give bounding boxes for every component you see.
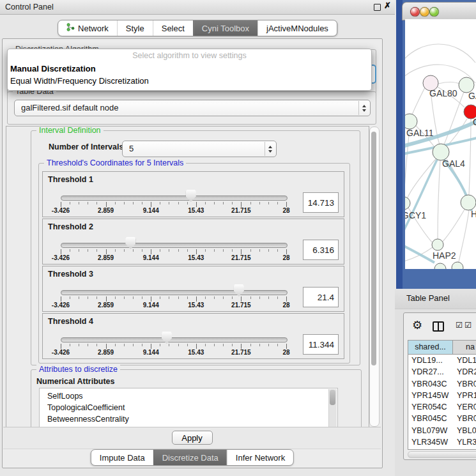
attributes-group: Attributes to discretize Numerical Attri… <box>31 369 362 428</box>
network-canvas[interactable]: GAL80GACGAL11GAL4GCY1HHAP2 <box>405 19 476 269</box>
cell-shared-name[interactable]: YIL053C <box>408 448 453 450</box>
threshold-slider-track[interactable] <box>61 196 288 201</box>
cell-name[interactable]: YDR2 <box>453 366 476 378</box>
network-window-titlebar[interactable] <box>402 2 476 20</box>
threshold-value-field[interactable]: 11.344 <box>303 334 339 355</box>
cell-shared-name[interactable]: YBL079W <box>408 425 453 436</box>
horizontal-scrollbar-thumb[interactable] <box>408 452 476 457</box>
tab-label: Infer Network <box>236 453 285 463</box>
zoom-window-button[interactable] <box>429 7 439 17</box>
network-node-h[interactable] <box>461 195 476 210</box>
tab-style[interactable]: Style <box>117 20 153 36</box>
network-node-gal11[interactable] <box>405 114 417 129</box>
threshold-value-field[interactable]: 14.713 <box>303 192 339 213</box>
network-edge[interactable] <box>443 210 464 242</box>
bottom-tab-infer-network[interactable]: Infer Network <box>227 450 293 465</box>
column-header-name[interactable]: na <box>453 341 476 354</box>
split-column-icon[interactable] <box>433 321 444 332</box>
cell-shared-name[interactable]: YBR045C <box>408 413 453 424</box>
apply-button[interactable]: Apply <box>172 431 213 445</box>
attribute-item-topologicalcoefficient[interactable]: TopologicalCoefficient <box>40 402 337 413</box>
attribute-item-betweennesscentrality[interactable]: BetweennessCentrality <box>40 413 337 425</box>
table-data-combobox[interactable]: galFiltered.sif default node <box>14 100 371 116</box>
minimize-window-button[interactable] <box>420 7 429 17</box>
table-row[interactable]: YPR145WYPR1 <box>408 390 476 401</box>
algorithm-placeholder: Select algorithm to view settings <box>8 49 371 63</box>
list-scrollbar-thumb[interactable] <box>330 390 335 405</box>
cell-name[interactable]: YPR1 <box>453 390 476 401</box>
checkbox-icon[interactable]: ☑ <box>456 320 463 330</box>
tab-network[interactable]: Network <box>58 20 117 36</box>
threshold-value-field[interactable]: 21.4 <box>303 287 339 307</box>
network-edge[interactable] <box>459 210 469 262</box>
network-edge[interactable] <box>438 82 459 84</box>
cell-shared-name[interactable]: YLR345W <box>408 436 453 448</box>
attribute-item-selfloops[interactable]: SelfLoops <box>40 390 337 402</box>
threshold-slider-track[interactable] <box>61 337 288 342</box>
network-edge[interactable] <box>444 92 464 144</box>
table-row[interactable]: YBR045CYBR0 <box>408 413 476 424</box>
network-node-hap2[interactable] <box>432 239 443 250</box>
close-panel-icon[interactable]: ✗ <box>384 1 391 10</box>
network-node[interactable] <box>434 263 446 269</box>
tab-select[interactable]: Select <box>153 20 193 36</box>
number-of-intervals-spinner[interactable]: 5 <box>122 141 277 157</box>
interval-definition-title: Interval Definition <box>36 126 104 135</box>
stepper-icon[interactable] <box>265 142 275 156</box>
cell-shared-name[interactable]: YBR043C <box>408 378 453 390</box>
threshold-slider-track[interactable] <box>61 290 288 295</box>
cell-name[interactable]: YBL0 <box>453 425 476 436</box>
table-row[interactable]: YDR27...YDR2 <box>408 366 476 378</box>
algorithm-option-manual-discretization[interactable]: Manual Discretization <box>8 63 371 75</box>
cell-name[interactable]: YBR0 <box>453 413 476 424</box>
network-edge[interactable] <box>438 160 440 239</box>
table-panel-toolbar: ⚙ ☑ ☑ <box>404 313 476 339</box>
cell-shared-name[interactable]: YDR27... <box>408 366 453 378</box>
vertical-scrollbar[interactable] <box>369 127 380 427</box>
cyni-toolbox-panel: Discretization Algorithm Table Data galF… <box>2 38 383 468</box>
cell-name[interactable]: YLR3 <box>453 436 476 448</box>
float-window-icon[interactable] <box>374 4 381 11</box>
threshold-value-field[interactable]: 6.316 <box>303 240 339 260</box>
network-edge[interactable] <box>469 119 471 195</box>
network-edge[interactable] <box>405 44 475 64</box>
cell-name[interactable]: YBR0 <box>453 378 476 390</box>
table-row[interactable]: YDL19...YDL1 <box>408 355 476 366</box>
tab-label: Discretize Data <box>162 453 219 463</box>
cell-shared-name[interactable]: YPR145W <box>408 390 453 401</box>
gear-icon[interactable]: ⚙ <box>412 318 422 332</box>
vertical-scrollbar-thumb[interactable] <box>371 132 376 365</box>
algorithm-option-equal-width-frequency-discretization[interactable]: Equal Width/Frequency Discretization <box>8 75 371 87</box>
cell-name[interactable]: YDL1 <box>453 355 476 366</box>
cell-name[interactable]: YER0 <box>453 401 476 413</box>
tab-jactivemnodules[interactable]: jActiveMNodules <box>257 20 337 36</box>
table-row[interactable]: YIL053CYIL0 <box>408 448 476 450</box>
numerical-attributes-label: Numerical Attributes <box>36 377 114 386</box>
threshold-panel-3: Threshold 3-3.4262.8599.14415.4321.71528… <box>42 266 344 312</box>
threshold-slider-track[interactable] <box>61 243 288 248</box>
network-edge[interactable] <box>412 88 425 115</box>
cell-shared-name[interactable]: YER054C <box>408 401 453 413</box>
cell-shared-name[interactable]: YDL19... <box>408 355 453 366</box>
network-edge-thick[interactable] <box>405 160 437 235</box>
table-row[interactable]: YBL079WYBL0 <box>408 425 476 436</box>
table-row[interactable]: YBR043CYBR0 <box>408 378 476 390</box>
bottom-tab-discretize-data[interactable]: Discretize Data <box>153 450 227 465</box>
table-row[interactable]: YER054CYER0 <box>408 401 476 413</box>
numerical-attributes-list[interactable]: SelfLoopsTopologicalCoefficientBetweenne… <box>39 388 338 428</box>
column-header-shared-name[interactable]: shared... <box>408 341 453 354</box>
table-rows: YDL19...YDL1YDR27...YDR2YBR043CYBR0YPR14… <box>408 355 476 450</box>
stepper-icon[interactable] <box>358 101 369 115</box>
checkbox-icon[interactable]: ☑ <box>464 320 472 330</box>
tab-cyni-toolbox[interactable]: Cyni Toolbox <box>193 20 257 36</box>
table-row[interactable]: YLR345WYLR3 <box>408 436 476 448</box>
list-scrollbar[interactable] <box>328 389 337 427</box>
horizontal-scrollbar[interactable] <box>408 451 476 458</box>
network-edge[interactable] <box>405 129 410 197</box>
cell-name[interactable]: YIL0 <box>453 448 476 450</box>
bottom-tab-impute-data[interactable]: Impute Data <box>91 450 153 465</box>
bottom-tab-bar: Impute DataDiscretize DataInfer Network <box>91 449 294 466</box>
close-window-button[interactable] <box>410 7 420 17</box>
network-node-gcy1[interactable] <box>405 197 410 210</box>
network-node[interactable] <box>452 262 463 269</box>
